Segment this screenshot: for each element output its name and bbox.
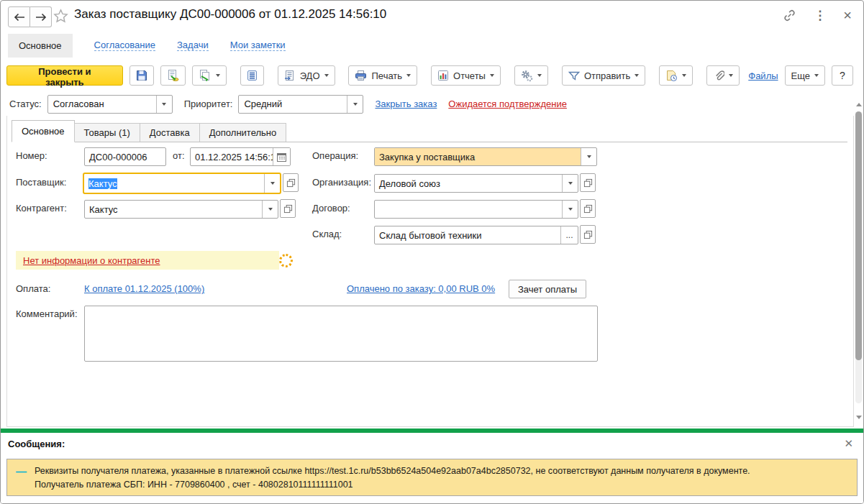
supplier-open-button[interactable] (283, 173, 299, 192)
chevron-down-icon (268, 208, 273, 211)
operation-select[interactable]: Закупка у поставщика (374, 147, 597, 166)
payment-label: Оплата: (16, 283, 50, 294)
send-button[interactable]: Отправить (562, 65, 645, 86)
counterparty-value: Кактус (85, 201, 262, 218)
post-and-close-button[interactable]: Провести и закрыть (6, 65, 123, 86)
page-title: Заказ поставщику ДС00-000006 от 01.12.20… (74, 7, 386, 22)
dropdown-button[interactable] (264, 174, 280, 193)
warehouse-value: Склад бытовой техники (375, 226, 560, 244)
open-form-icon (583, 230, 593, 239)
organization-select[interactable]: Деловой союз (374, 174, 578, 193)
dropdown-button[interactable] (262, 201, 278, 218)
floppy-disk-icon (136, 70, 147, 81)
payment-offset-button[interactable]: Зачет оплаты (509, 280, 586, 298)
scroll-down-icon[interactable] (856, 416, 862, 419)
more-button[interactable]: Еще (785, 65, 825, 86)
comment-textarea[interactable] (84, 306, 598, 362)
supplier-label: Поставщик: (16, 177, 66, 188)
edo-button[interactable]: ЭДО (278, 65, 335, 86)
operation-value: Закупка у поставщика (375, 148, 581, 165)
counterparty-label: Контрагент: (16, 203, 67, 214)
calendar-button[interactable] (273, 148, 290, 165)
close-window-icon[interactable]: × (843, 8, 852, 22)
priority-value: Средний (239, 96, 347, 113)
date-input[interactable]: 01.12.2025 14:56:10 (190, 147, 291, 166)
print-button[interactable]: Печать (348, 65, 417, 86)
number-input[interactable]: ДС00-000006 (84, 147, 166, 166)
priority-select[interactable]: Средний (238, 95, 363, 114)
send-funnel-icon (568, 70, 580, 81)
no-counterparty-info-link[interactable]: Нет информации о контрагенте (23, 255, 160, 266)
organization-open-button[interactable] (580, 173, 596, 192)
nav-link-tasks[interactable]: Задачи (177, 40, 209, 51)
tab-goods[interactable]: Товары (1) (74, 123, 140, 142)
choose-button[interactable]: ... (560, 226, 578, 244)
priority-label: Приоритет: (184, 98, 233, 109)
back-button[interactable] (8, 6, 30, 27)
vertical-scrollbar (854, 101, 863, 422)
chevron-down-icon (270, 182, 275, 185)
warehouse-input[interactable]: Склад бытовой техники ... (374, 226, 578, 244)
counterparty-open-button[interactable] (280, 199, 296, 218)
favorite-star-icon[interactable] (53, 8, 69, 24)
status-row: Статус: Согласован Приоритет: Средний За… (1, 92, 863, 116)
supplier-value: Кактус (88, 178, 117, 189)
scroll-up-icon[interactable] (856, 103, 862, 106)
post-document-button[interactable] (160, 65, 186, 86)
dropdown-button[interactable] (581, 148, 596, 165)
messages-close-icon[interactable]: ✕ (844, 437, 853, 450)
number-label: Номер: (16, 150, 47, 161)
chevron-down-icon (353, 103, 358, 106)
dropdown-button[interactable] (347, 96, 363, 113)
reminder-button[interactable] (659, 65, 693, 86)
chevron-down-icon (682, 74, 686, 77)
supplier-input[interactable]: Кактус (83, 173, 281, 194)
link-icon[interactable] (783, 9, 796, 22)
help-button[interactable]: ? (832, 65, 853, 86)
save-button[interactable] (129, 65, 154, 86)
payment-due-link[interactable]: К оплате 01.12.2025 (100%) (84, 283, 204, 294)
messages-panel: Сообщения: ✕ — Реквизиты получателя плат… (1, 433, 863, 503)
copy-document-icon (199, 70, 212, 82)
operation-label: Операция: (312, 150, 358, 161)
document-window: Заказ поставщику ДС00-000006 от 01.12.20… (0, 0, 864, 504)
scrollbar-thumb[interactable] (855, 111, 862, 360)
awaiting-confirmation-link[interactable]: Ожидается подтверждение (448, 98, 567, 109)
contract-open-button[interactable] (580, 199, 596, 218)
message-line1: Реквизиты получателя платежа, указанные … (35, 466, 750, 476)
status-label: Статус: (9, 98, 42, 109)
paid-amount-link[interactable]: Оплачено по заказу: 0,00 RUB 0% (347, 283, 495, 294)
dropdown-button[interactable] (562, 201, 578, 218)
warehouse-open-button[interactable] (580, 225, 596, 244)
close-order-link[interactable]: Закрыть заказ (375, 98, 437, 109)
nav-link-notes[interactable]: Мои заметки (230, 40, 286, 51)
tab-main[interactable]: Основное (12, 120, 75, 142)
chevron-down-icon (162, 103, 166, 106)
chevron-down-icon (729, 74, 733, 77)
tab-delivery[interactable]: Доставка (140, 123, 200, 142)
counterparty-input[interactable]: Кактус (84, 200, 278, 219)
document-structure-button[interactable] (240, 65, 264, 86)
nav-link-approval[interactable]: Согласование (94, 40, 155, 51)
contract-label: Договор: (312, 203, 350, 214)
chevron-down-icon (324, 74, 329, 77)
dropdown-button[interactable] (156, 96, 172, 113)
attachments-button[interactable] (706, 65, 740, 86)
reports-button[interactable]: Отчеты (431, 65, 501, 86)
message-line2: Получатель платежа СБП: ИНН - 7709860400… (35, 480, 353, 490)
dropdown-button[interactable] (562, 175, 578, 192)
create-based-on-button[interactable] (192, 65, 227, 86)
forward-button[interactable] (30, 6, 52, 27)
tab-extra[interactable]: Дополнительно (199, 123, 287, 142)
gears-icon (521, 70, 533, 82)
settings-button[interactable] (514, 65, 548, 86)
nav-tab-main[interactable]: Основное (8, 34, 73, 58)
files-link[interactable]: Файлы (748, 70, 778, 81)
contract-select[interactable] (374, 200, 578, 219)
date-prefix-label: от: (173, 150, 185, 161)
status-select[interactable]: Согласован (47, 95, 173, 114)
message-dash-icon: — (16, 464, 35, 495)
more-menu-icon[interactable]: ⋮ (814, 9, 826, 22)
reports-label: Отчеты (453, 70, 486, 81)
navigation-row: Основное Согласование Задачи Мои заметки (1, 32, 863, 58)
